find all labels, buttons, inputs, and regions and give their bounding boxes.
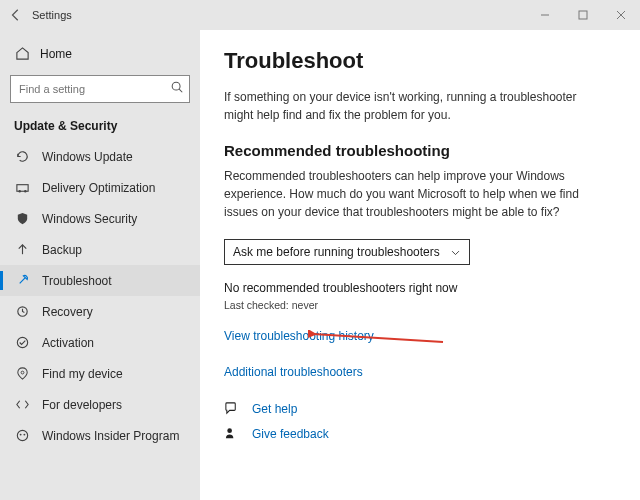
get-help-row[interactable]: Get help [224, 401, 616, 416]
nav-windows-update[interactable]: Windows Update [0, 141, 200, 172]
main-content: Troubleshoot If something on your device… [200, 30, 640, 500]
nav-find-my-device[interactable]: Find my device [0, 358, 200, 389]
window-controls [526, 0, 640, 30]
intro-text: If something on your device isn't workin… [224, 88, 584, 124]
svg-point-5 [18, 190, 20, 192]
nav-label: Windows Insider Program [42, 429, 179, 443]
svg-point-14 [227, 428, 232, 433]
feedback-icon [224, 426, 240, 441]
nav-label: Activation [42, 336, 94, 350]
give-feedback-link: Give feedback [252, 427, 329, 441]
svg-line-3 [179, 89, 182, 92]
nav-windows-insider[interactable]: Windows Insider Program [0, 420, 200, 451]
close-button[interactable] [602, 0, 640, 30]
nav-backup[interactable]: Backup [0, 234, 200, 265]
activation-icon [14, 335, 30, 350]
svg-rect-4 [16, 185, 27, 192]
svg-point-9 [17, 337, 27, 347]
nav-label: For developers [42, 398, 122, 412]
status-text: No recommended troubleshooters right now [224, 281, 616, 295]
recovery-icon [14, 304, 30, 319]
nav-label: Backup [42, 243, 82, 257]
nav-windows-security[interactable]: Windows Security [0, 203, 200, 234]
home-icon [14, 46, 30, 61]
recommended-text: Recommended troubleshooters can help imp… [224, 167, 584, 221]
maximize-button[interactable] [564, 0, 602, 30]
delivery-icon [14, 180, 30, 195]
svg-point-6 [24, 190, 26, 192]
minimize-button[interactable] [526, 0, 564, 30]
svg-rect-1 [579, 11, 587, 19]
shield-icon [14, 211, 30, 226]
nav-label: Windows Security [42, 212, 137, 226]
nav-for-developers[interactable]: For developers [0, 389, 200, 420]
search-icon [170, 80, 184, 94]
home-button[interactable]: Home [0, 38, 200, 69]
recommended-heading: Recommended troubleshooting [224, 142, 616, 159]
nav-label: Find my device [42, 367, 123, 381]
nav-label: Troubleshoot [42, 274, 112, 288]
titlebar: Settings [0, 0, 640, 30]
troubleshooting-history-link[interactable]: View troubleshooting history [224, 329, 616, 343]
back-button[interactable] [0, 8, 32, 22]
sidebar: Home Update & Security Windows Update De… [0, 30, 200, 500]
svg-point-10 [21, 371, 24, 374]
last-checked-text: Last checked: never [224, 299, 616, 311]
window-title: Settings [32, 9, 72, 21]
svg-point-13 [23, 434, 25, 436]
nav-delivery-optimization[interactable]: Delivery Optimization [0, 172, 200, 203]
nav-label: Delivery Optimization [42, 181, 155, 195]
page-title: Troubleshoot [224, 48, 616, 74]
nav-list: Windows Update Delivery Optimization Win… [0, 141, 200, 451]
chevron-down-icon [450, 247, 461, 258]
nav-activation[interactable]: Activation [0, 327, 200, 358]
search-input[interactable] [10, 75, 190, 103]
category-heading: Update & Security [0, 113, 200, 141]
svg-point-2 [172, 82, 180, 90]
dropdown-label: Ask me before running troubleshooters [233, 245, 440, 259]
help-icon [224, 401, 240, 416]
home-label: Home [40, 47, 72, 61]
backup-icon [14, 242, 30, 257]
sync-icon [14, 149, 30, 164]
nav-label: Windows Update [42, 150, 133, 164]
insider-icon [14, 428, 30, 443]
nav-label: Recovery [42, 305, 93, 319]
give-feedback-row[interactable]: Give feedback [224, 426, 616, 441]
get-help-link: Get help [252, 402, 297, 416]
location-icon [14, 366, 30, 381]
nav-recovery[interactable]: Recovery [0, 296, 200, 327]
svg-point-12 [19, 434, 21, 436]
nav-troubleshoot[interactable]: Troubleshoot [0, 265, 200, 296]
svg-point-11 [17, 430, 27, 440]
troubleshoot-preference-dropdown[interactable]: Ask me before running troubleshooters [224, 239, 470, 265]
developers-icon [14, 397, 30, 412]
additional-troubleshooters-link[interactable]: Additional troubleshooters [224, 365, 616, 379]
troubleshoot-icon [14, 273, 30, 288]
